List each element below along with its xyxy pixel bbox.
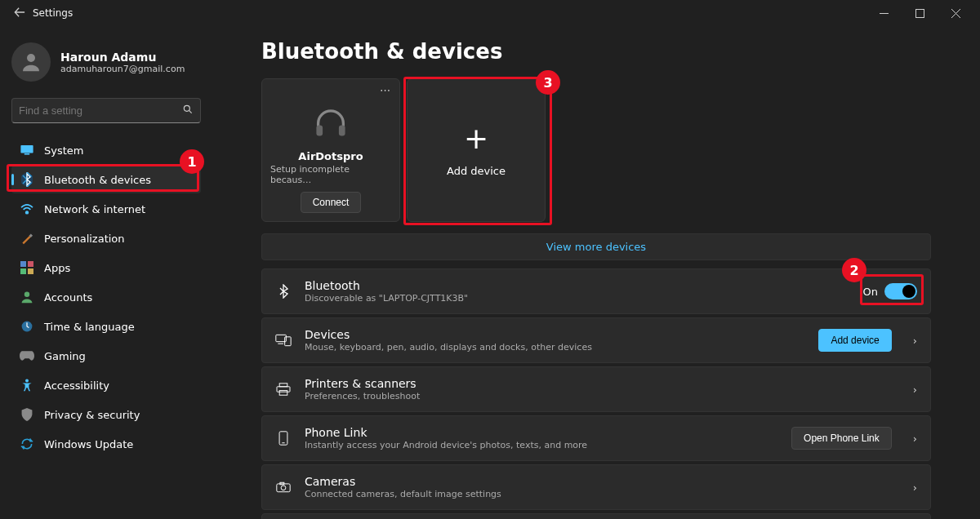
svg-rect-25: [277, 387, 290, 392]
svg-point-16: [24, 292, 29, 297]
svg-rect-24: [279, 384, 287, 387]
bluetooth-icon: [275, 284, 292, 299]
connect-button[interactable]: Connect: [301, 192, 362, 213]
row-subtitle: Instantly access your Android device's p…: [305, 440, 778, 450]
clock-globe-icon: [20, 319, 34, 334]
profile[interactable]: Haroun Adamu adamuharoun7@gmail.com: [11, 42, 201, 82]
sidebar-item-label: Gaming: [44, 350, 86, 362]
sidebar-item-system[interactable]: System: [11, 136, 201, 164]
sidebar-item-label: Accounts: [44, 291, 92, 304]
svg-point-5: [184, 105, 189, 111]
row-subtitle: Connected cameras, default image setting…: [305, 489, 892, 499]
svg-rect-20: [339, 125, 345, 135]
annotation-box-3: [403, 77, 552, 225]
svg-rect-26: [279, 391, 287, 396]
row-phone-link[interactable]: Phone Link Instantly access your Android…: [261, 415, 931, 461]
system-icon: [20, 143, 34, 157]
back-button[interactable]: [7, 7, 33, 20]
titlebar: Settings: [0, 0, 980, 26]
device-row: ⋯ AirDotspro Setup incomplete becaus… Co…: [261, 78, 931, 222]
device-status: Setup incomplete becaus…: [270, 164, 391, 185]
gamepad-icon: [20, 348, 34, 363]
row-cameras[interactable]: Cameras Connected cameras, default image…: [261, 464, 931, 510]
sidebar-item-label: System: [44, 144, 83, 157]
search-box[interactable]: [11, 98, 201, 123]
view-more-devices[interactable]: View more devices: [261, 233, 931, 260]
svg-rect-7: [20, 145, 33, 153]
device-name: AirDotspro: [298, 150, 363, 162]
row-printers[interactable]: Printers & scanners Preferences, trouble…: [261, 366, 931, 412]
sidebar-item-label: Apps: [44, 262, 70, 274]
sidebar-item-gaming[interactable]: Gaming: [11, 342, 201, 370]
sidebar-item-label: Windows Update: [44, 438, 133, 450]
row-subtitle: Mouse, keyboard, pen, audio, displays an…: [305, 342, 805, 353]
row-subtitle: Discoverable as "LAPTOP-CJTT1K3B": [305, 293, 850, 304]
search-icon: [182, 104, 194, 118]
sidebar-item-label: Time & language: [44, 321, 135, 333]
row-mouse[interactable]: Mouse Buttons, mouse pointer speed, scro…: [261, 513, 931, 519]
phone-icon: [275, 431, 292, 446]
sidebar-item-accessibility[interactable]: Accessibility: [11, 371, 201, 399]
svg-point-10: [26, 211, 29, 214]
person-icon: [20, 290, 34, 304]
headphone-icon: [313, 104, 349, 142]
svg-point-18: [25, 379, 29, 382]
avatar: [11, 42, 51, 82]
camera-icon: [275, 481, 292, 493]
nav: System Bluetooth & devices Network & int…: [11, 136, 201, 458]
sidebar-item-accounts[interactable]: Accounts: [11, 283, 201, 311]
sidebar: Haroun Adamu adamuharoun7@gmail.com Syst…: [0, 26, 212, 519]
row-title: Phone Link: [305, 426, 778, 439]
svg-rect-15: [28, 268, 33, 274]
open-phone-link-button[interactable]: Open Phone Link: [791, 427, 892, 450]
row-subtitle: Preferences, troubleshoot: [305, 391, 892, 401]
sidebar-item-apps[interactable]: Apps: [11, 254, 201, 282]
chevron-right-icon: ›: [913, 335, 917, 347]
row-bluetooth[interactable]: Bluetooth Discoverable as "LAPTOP-CJTT1K…: [261, 268, 931, 314]
svg-rect-14: [20, 268, 26, 274]
row-title: Cameras: [305, 475, 892, 488]
sidebar-item-time-language[interactable]: Time & language: [11, 313, 201, 340]
svg-line-6: [189, 110, 191, 113]
window-title: Settings: [33, 7, 73, 19]
page-title: Bluetooth & devices: [261, 39, 931, 64]
search-input[interactable]: [19, 104, 182, 117]
annotation-badge-2: 2: [842, 258, 866, 282]
svg-rect-8: [24, 153, 29, 155]
profile-email: adamuharoun7@gmail.com: [60, 64, 185, 74]
sidebar-item-label: Network & internet: [44, 203, 145, 215]
maximize-button[interactable]: [902, 0, 938, 26]
update-icon: [20, 437, 34, 451]
sidebar-item-label: Accessibility: [44, 379, 109, 392]
sidebar-item-windows-update[interactable]: Windows Update: [11, 430, 201, 458]
main-content: Bluetooth & devices ⋯ AirDotspro Setup i…: [212, 26, 980, 519]
sidebar-item-privacy[interactable]: Privacy & security: [11, 401, 201, 428]
chevron-right-icon: ›: [913, 481, 917, 494]
svg-rect-29: [277, 484, 290, 492]
sidebar-item-label: Privacy & security: [44, 409, 140, 421]
accessibility-icon: [20, 378, 34, 393]
sidebar-item-network[interactable]: Network & internet: [11, 195, 201, 223]
annotation-box-2: [860, 274, 924, 305]
svg-point-30: [281, 486, 286, 490]
close-button[interactable]: [938, 0, 973, 26]
printer-icon: [275, 383, 292, 396]
minimize-button[interactable]: [866, 0, 902, 26]
device-more-button[interactable]: ⋯: [380, 84, 391, 96]
sidebar-item-label: Personalization: [44, 233, 125, 245]
svg-rect-1: [915, 9, 924, 17]
row-devices[interactable]: Devices Mouse, keyboard, pen, audio, dis…: [261, 317, 931, 363]
svg-rect-12: [20, 261, 26, 267]
row-title: Printers & scanners: [305, 377, 892, 390]
paired-device-card[interactable]: ⋯ AirDotspro Setup incomplete becaus… Co…: [261, 78, 400, 222]
svg-rect-19: [316, 125, 323, 135]
shield-icon: [20, 407, 34, 422]
profile-name: Haroun Adamu: [60, 51, 185, 64]
sidebar-item-personalization[interactable]: Personalization: [11, 224, 201, 252]
apps-icon: [20, 260, 34, 275]
annotation-badge-1: 1: [180, 149, 204, 174]
svg-rect-13: [28, 261, 33, 267]
annotation-box-1: [7, 164, 199, 192]
brush-icon: [20, 231, 34, 246]
add-device-button[interactable]: Add device: [818, 329, 891, 352]
